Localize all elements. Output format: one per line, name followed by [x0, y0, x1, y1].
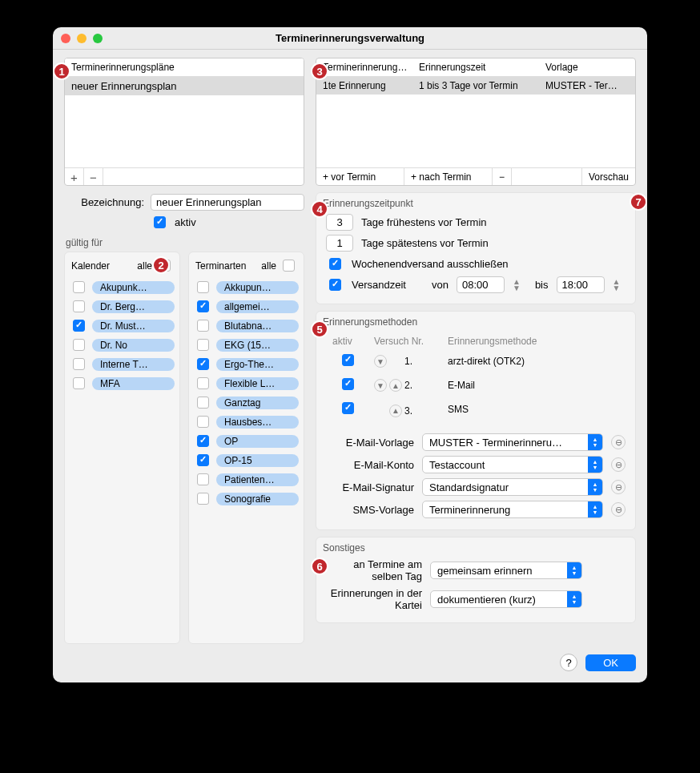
- stepper-icon[interactable]: ▲▼: [513, 279, 521, 292]
- spat-label: Tage spätestens vor Termin: [361, 237, 489, 249]
- terminart-item[interactable]: Hausbes…: [194, 413, 299, 430]
- kalender-item-checkbox[interactable]: [73, 300, 85, 312]
- terminart-item-checkbox[interactable]: [197, 377, 209, 389]
- reminder-row[interactable]: 1te Erinnerung 1 bis 3 Tage vor Termin M…: [316, 77, 635, 95]
- kalender-item-checkbox[interactable]: [73, 377, 85, 389]
- remove-reminder-button[interactable]: −: [493, 168, 512, 185]
- terminarten-body: Akkupun…allgemei…Blutabna…EKG (15…Ergo-T…: [192, 279, 300, 638]
- kalender-item[interactable]: Dr. No: [70, 336, 175, 353]
- help-button[interactable]: ?: [560, 654, 577, 671]
- col-vorlage[interactable]: Vorlage: [539, 58, 635, 76]
- terminart-item[interactable]: allgemei…: [194, 298, 299, 315]
- terminart-item-checkbox[interactable]: [197, 339, 209, 351]
- terminart-item-checkbox[interactable]: [197, 493, 209, 505]
- fruh-input[interactable]: [326, 214, 353, 231]
- terminart-item-checkbox[interactable]: [197, 454, 209, 466]
- preview-button[interactable]: Vorschau: [581, 168, 635, 185]
- methode-aktiv-checkbox[interactable]: [342, 354, 354, 366]
- terminart-item-checkbox[interactable]: [197, 320, 209, 332]
- terminarten-alle-label: alle: [261, 260, 276, 272]
- terminart-item-checkbox[interactable]: [197, 300, 209, 312]
- bezeichnung-label: Bezeichnung:: [64, 196, 144, 208]
- plans-body[interactable]: neuer Erinnerungsplan: [65, 77, 304, 167]
- minus-circle-icon[interactable]: ⊖: [611, 480, 626, 494]
- config-select[interactable]: MUSTER - Terminerinneru…▲▼: [422, 433, 603, 451]
- aktiv-checkbox[interactable]: [154, 216, 166, 228]
- terminart-item[interactable]: OP-15: [194, 452, 299, 469]
- methode-row: ▼ 1.arzt-direkt (OTK2): [328, 350, 624, 372]
- stepper-icon[interactable]: ▲▼: [613, 279, 621, 292]
- bis-input[interactable]: [557, 276, 605, 293]
- methode-aktiv-checkbox[interactable]: [342, 402, 354, 414]
- kalender-item[interactable]: Interne T…: [70, 356, 175, 372]
- annotation-badge: 6: [311, 558, 328, 575]
- kalender-item-checkbox[interactable]: [73, 358, 85, 370]
- terminart-item[interactable]: Flexible L…: [194, 375, 299, 392]
- kalender-item[interactable]: Dr. Must…: [70, 317, 175, 334]
- bezeichnung-input[interactable]: [151, 194, 304, 211]
- kalender-item[interactable]: MFA: [70, 375, 175, 392]
- terminart-item[interactable]: Sonografie: [194, 490, 299, 507]
- terminart-item-checkbox[interactable]: [197, 435, 209, 447]
- wochenende-checkbox[interactable]: [329, 258, 341, 270]
- methode-row: ▲ 3.SMS: [328, 398, 624, 421]
- plans-header: Terminerinnerungspläne: [65, 58, 304, 77]
- kalender-body: Akupunk…Dr. Berg…Dr. Must…Dr. NoInterne …: [68, 279, 176, 638]
- minus-circle-icon[interactable]: ⊖: [611, 457, 626, 472]
- reminders-footer: + vor Termin + nach Termin − Vorschau: [316, 167, 635, 185]
- add-vor-termin-button[interactable]: + vor Termin: [316, 168, 404, 185]
- terminart-item-checkbox[interactable]: [197, 281, 209, 293]
- add-nach-termin-button[interactable]: + nach Termin: [404, 168, 493, 185]
- von-input[interactable]: [457, 276, 505, 293]
- spat-input[interactable]: [326, 235, 353, 252]
- kalender-item-checkbox[interactable]: [73, 320, 85, 332]
- aktiv-row: aktiv: [151, 214, 304, 231]
- kalender-item-label: Akupunk…: [92, 281, 175, 294]
- kartei-label: Erinnerungen in der Kartei: [326, 587, 422, 611]
- terminart-item-checkbox[interactable]: [197, 358, 209, 370]
- terminart-item[interactable]: Blutabna…: [194, 317, 299, 334]
- terminart-item[interactable]: Ergo-The…: [194, 356, 299, 372]
- versandzeit-checkbox[interactable]: [329, 279, 341, 291]
- aktiv-label: aktiv: [175, 216, 196, 228]
- minus-circle-icon[interactable]: ⊖: [611, 435, 626, 449]
- methode-aktiv-checkbox[interactable]: [342, 378, 354, 390]
- terminart-item[interactable]: EKG (15…: [194, 336, 299, 353]
- col-terminerinnerung[interactable]: Terminerinnerung…: [316, 58, 412, 76]
- terminarten-alle-checkbox[interactable]: [283, 260, 295, 272]
- terminart-item[interactable]: Ganztag: [194, 394, 299, 411]
- terminart-item-checkbox[interactable]: [197, 473, 209, 485]
- sameday-select[interactable]: gemeinsam erinnern ▲▼: [430, 562, 582, 579]
- arrow-down-icon[interactable]: ▼: [374, 355, 387, 368]
- kalender-item-label: Dr. No: [92, 339, 175, 352]
- arrow-down-icon[interactable]: ▼: [374, 379, 387, 392]
- kalender-item-checkbox[interactable]: [73, 339, 85, 351]
- config-select[interactable]: Terminerinnerung▲▼: [422, 501, 603, 518]
- versandzeit-label: Versandzeit: [352, 279, 424, 291]
- ok-button[interactable]: OK: [585, 654, 636, 671]
- plans-listbox: Terminerinnerungspläne neuer Erinnerungs…: [64, 58, 304, 186]
- terminart-item-checkbox[interactable]: [197, 397, 209, 409]
- kartei-select[interactable]: dokumentieren (kurz) ▲▼: [430, 590, 582, 608]
- arrow-up-icon[interactable]: ▲: [389, 379, 402, 392]
- terminart-item[interactable]: OP: [194, 433, 299, 449]
- add-plan-button[interactable]: +: [65, 168, 84, 186]
- terminart-item-label: Hausbes…: [216, 416, 299, 429]
- kalender-item[interactable]: Dr. Berg…: [70, 298, 175, 315]
- config-select[interactable]: Standardsignatur▲▼: [422, 478, 603, 496]
- config-value: Terminerinnerung: [429, 504, 510, 516]
- terminart-item-checkbox[interactable]: [197, 416, 209, 428]
- kalender-item-checkbox[interactable]: [73, 281, 85, 293]
- terminart-item[interactable]: Akkupun…: [194, 279, 299, 296]
- config-select[interactable]: Testaccount▲▼: [422, 456, 603, 473]
- terminart-item[interactable]: Patienten…: [194, 471, 299, 488]
- methode-name: SMS: [443, 398, 624, 421]
- terminart-item-label: EKG (15…: [216, 339, 299, 352]
- terminart-item-label: allgemei…: [216, 300, 299, 313]
- arrow-up-icon[interactable]: ▲: [389, 405, 402, 417]
- kalender-item[interactable]: Akupunk…: [70, 279, 175, 296]
- plan-row[interactable]: neuer Erinnerungsplan: [65, 77, 304, 95]
- remove-plan-button[interactable]: −: [84, 168, 103, 186]
- col-erinnerungszeit[interactable]: Erinnerungszeit: [412, 58, 539, 76]
- minus-circle-icon[interactable]: ⊖: [611, 502, 626, 517]
